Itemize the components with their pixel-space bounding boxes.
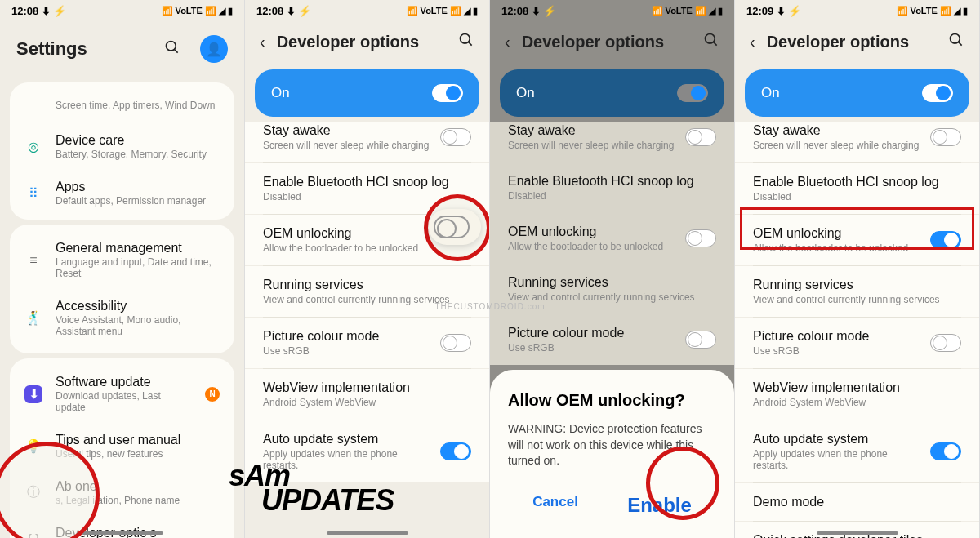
page-title: Developer options (522, 33, 692, 51)
dev-webview[interactable]: WebView implementationAndroid System Web… (735, 369, 979, 420)
master-toggle: On (500, 69, 724, 117)
svg-line-1 (175, 50, 178, 53)
home-indicator[interactable] (817, 531, 898, 535)
about-icon: ⓘ (24, 484, 42, 502)
phone-3-dialog: 12:08 ⬇ ⚡ 📶 VoLTE 📶 ◢ ▮ ‹ Developer opti… (490, 0, 735, 538)
phone-1-settings: 12:08 ⬇ ⚡ 📶 VoLTE 📶 ◢ ▮ Settings 👤 Scree… (0, 0, 245, 538)
cancel-button[interactable]: Cancel (519, 487, 591, 523)
settings-group-2: ≡ General managementLanguage and input, … (10, 225, 234, 353)
dev-options-list: Stay awakeScreen will never sleep while … (490, 122, 734, 365)
tips-icon: 💡 (24, 438, 42, 456)
setting-device-care[interactable]: ◎ Device careBattery, Storage, Memory, S… (10, 123, 234, 170)
master-toggle[interactable]: On (255, 69, 479, 117)
settings-group-3: ⬇ Software updateDownload updates, Last … (10, 358, 234, 538)
dev-webview[interactable]: WebView implementationAndroid System Web… (245, 369, 489, 420)
auto-update-toggle[interactable] (440, 442, 471, 460)
device-care-icon: ◎ (24, 138, 42, 156)
dev-bluetooth-hci[interactable]: Enable Bluetooth HCI snoop logDisabled (735, 163, 979, 214)
dev-picture-colour[interactable]: Picture colour modeUse sRGB (735, 318, 979, 368)
dev-header: ‹ Developer options (490, 22, 734, 64)
apps-icon: ⠿ (24, 185, 42, 202)
svg-point-0 (167, 42, 176, 51)
stay-awake-toggle[interactable] (930, 128, 961, 146)
page-title: Settings (16, 38, 153, 60)
accessibility-icon: 🕺 (24, 309, 42, 327)
dev-auto-update[interactable]: Auto update systemApply updates when the… (735, 420, 979, 482)
setting-software-update[interactable]: ⬇ Software updateDownload updates, Last … (10, 365, 234, 423)
dev-picture-colour[interactable]: Picture colour modeUse sRGB (245, 318, 489, 368)
sam-updates-logo: sAmUPDATES (229, 464, 394, 514)
dev-running-services[interactable]: Running servicesView and control current… (735, 266, 979, 317)
auto-update-toggle[interactable] (930, 442, 961, 460)
page-title: Developer options (277, 33, 447, 51)
oem-toggle-enlarged (429, 209, 481, 245)
home-indicator[interactable] (327, 531, 408, 535)
home-indicator[interactable] (82, 531, 163, 535)
dev-stay-awake[interactable]: Stay awakeScreen will never sleep while … (245, 122, 489, 162)
search-icon[interactable] (458, 32, 474, 51)
dev-options-list: Stay awakeScreen will never sleep while … (735, 122, 979, 538)
svg-line-5 (714, 42, 717, 46)
dev-header: ‹ Developer options (735, 22, 979, 64)
svg-point-6 (951, 34, 960, 44)
status-bar: 12:08 ⬇ ⚡ 📶 VoLTE 📶 ◢ ▮ (0, 0, 244, 22)
oem-unlocking-toggle[interactable] (930, 231, 961, 249)
settings-group-1: Screen time, App timers, Wind Down ◎ Dev… (10, 82, 234, 220)
dev-oem-unlocking: OEM unlockingAllow the bootloader to be … (490, 213, 734, 264)
svg-point-2 (461, 34, 470, 44)
back-icon[interactable]: ‹ (260, 33, 265, 51)
watermark: THECUSTOMDROID.com (434, 302, 545, 311)
master-toggle-switch[interactable] (432, 84, 463, 102)
back-icon[interactable]: ‹ (505, 33, 510, 51)
search-icon[interactable] (948, 32, 964, 51)
settings-header: Settings 👤 (0, 22, 244, 78)
back-icon[interactable]: ‹ (750, 33, 755, 51)
dev-header: ‹ Developer options (245, 22, 489, 64)
page-title: Developer options (767, 33, 937, 51)
dev-bluetooth-hci: Enable Bluetooth HCI snoop logDisabled (490, 162, 734, 213)
stay-awake-toggle[interactable] (440, 128, 471, 146)
master-toggle[interactable]: On (745, 69, 969, 117)
dialog-title: Allow OEM unlocking? (508, 391, 716, 410)
phone-4-oem-enabled: 12:09 ⬇ ⚡ 📶 VoLTE 📶 ◢ ▮ ‹ Developer opti… (735, 0, 980, 538)
svg-point-4 (706, 34, 715, 44)
setting-tips[interactable]: 💡 Tips and user manualUseful tips, new f… (10, 423, 234, 469)
picture-colour-toggle[interactable] (440, 334, 471, 352)
oem-unlock-dialog: Allow OEM unlocking? WARNING: Device pro… (490, 370, 734, 538)
master-toggle-switch[interactable] (922, 84, 953, 102)
setting-accessibility[interactable]: 🕺 AccessibilityVoice Assistant, Mono aud… (10, 289, 234, 347)
search-icon[interactable] (703, 32, 719, 51)
setting-about-phone[interactable]: ⓘ Ab one s, Legal i ation, Phone name (10, 469, 234, 516)
setting-digital-wellbeing[interactable]: Screen time, App timers, Wind Down (10, 86, 234, 123)
search-icon[interactable] (164, 39, 180, 59)
status-bar: 12:08 ⬇ ⚡ 📶 VoLTE 📶 ◢ ▮ (245, 0, 489, 22)
dev-picture-colour: Picture colour modeUse sRGB (490, 314, 734, 365)
avatar[interactable]: 👤 (200, 35, 228, 63)
setting-apps[interactable]: ⠿ AppsDefault apps, Permission manager (10, 170, 234, 216)
dev-stay-awake: Stay awakeScreen will never sleep while … (490, 122, 734, 162)
status-bar: 12:09 ⬇ ⚡ 📶 VoLTE 📶 ◢ ▮ (735, 0, 979, 22)
setting-general-management[interactable]: ≡ General managementLanguage and input, … (10, 231, 234, 289)
master-toggle-switch (677, 84, 708, 102)
dev-quick-settings-tiles[interactable]: Quick settings developer tiles (735, 522, 979, 538)
notification-badge: N (205, 387, 220, 402)
enable-button[interactable]: Enable (614, 487, 705, 523)
picture-colour-toggle[interactable] (930, 334, 961, 352)
svg-line-7 (959, 42, 962, 46)
status-bar: 12:08 ⬇ ⚡ 📶 VoLTE 📶 ◢ ▮ (490, 0, 734, 22)
dev-stay-awake[interactable]: Stay awakeScreen will never sleep while … (735, 122, 979, 162)
dev-demo-mode[interactable]: Demo mode (735, 483, 979, 521)
dialog-body: WARNING: Device protection features will… (508, 421, 716, 469)
dev-oem-unlocking[interactable]: OEM unlockingAllow the bootloader to be … (735, 215, 979, 265)
general-mgmt-icon: ≡ (24, 251, 42, 269)
software-update-icon: ⬇ (24, 385, 42, 403)
phone-2-dev-options: 12:08 ⬇ ⚡ 📶 VoLTE 📶 ◢ ▮ ‹ Developer opti… (245, 0, 490, 538)
dev-options-icon: { } (24, 531, 42, 539)
dev-bluetooth-hci[interactable]: Enable Bluetooth HCI snoop logDisabled (245, 163, 489, 214)
svg-line-3 (469, 42, 472, 46)
